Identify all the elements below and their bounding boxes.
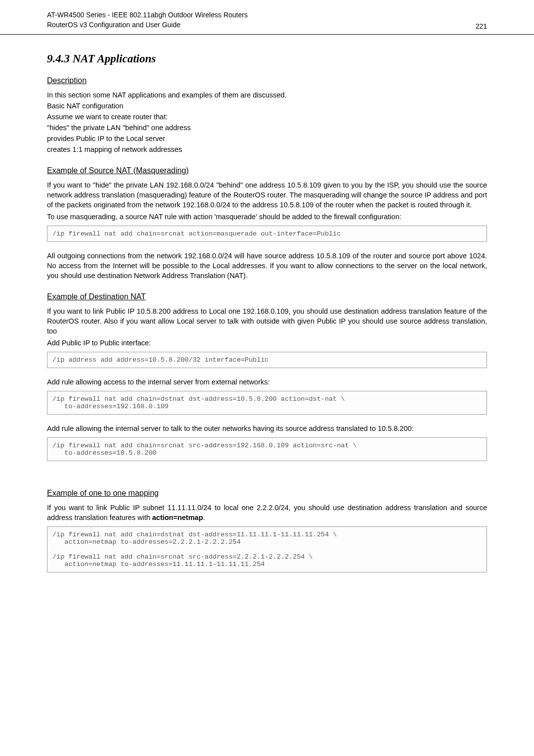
oneone-para-1: If you want to link Public IP subnet 11.… [47, 503, 487, 522]
dstnat-para-4: Add rule allowing the internal server to… [47, 424, 487, 433]
heading-destination-nat: Example of Destination NAT [47, 292, 487, 301]
dstnat-para-1: If you want to link Public IP 10.5.8.200… [47, 306, 487, 336]
desc-line: In this section some NAT applications an… [47, 90, 487, 100]
code-block-1: /ip firewall nat add chain=srcnat action… [47, 226, 487, 242]
heading-description: Description [47, 76, 487, 85]
srcnat-para-3: All outgoing connections from the networ… [47, 251, 487, 281]
header-line-2: RouterOS v3 Configuration and User Guide [47, 20, 248, 30]
header-title-block: AT-WR4500 Series - IEEE 802.11abgh Outdo… [47, 10, 248, 30]
page-header: AT-WR4500 Series - IEEE 802.11abgh Outdo… [0, 0, 534, 35]
code-block-3: /ip firewall nat add chain=dstnat dst-ad… [47, 391, 487, 415]
dstnat-para-2: Add Public IP to Public interface: [47, 338, 487, 348]
page-number: 221 [476, 22, 487, 30]
code-block-4: /ip firewall nat add chain=srcnat src-ad… [47, 437, 487, 461]
dstnat-para-3: Add rule allowing access to the internal… [47, 377, 487, 387]
page-content: 9.4.3 NAT Applications Description In th… [0, 35, 534, 611]
desc-line: "hides" the private LAN "behind" one add… [47, 123, 487, 133]
description-block: In this section some NAT applications an… [47, 90, 487, 154]
desc-line: Assume we want to create router that: [47, 112, 487, 122]
heading-one-to-one: Example of one to one mapping [47, 489, 487, 498]
oneone-suffix: . [203, 514, 205, 521]
code-block-5: /ip firewall nat add chain=dstnat dst-ad… [47, 526, 487, 572]
header-line-1: AT-WR4500 Series - IEEE 802.11abgh Outdo… [47, 10, 248, 20]
desc-line: provides Public IP to the Local server [47, 134, 487, 143]
heading-source-nat: Example of Source NAT (Masquerading) [47, 166, 487, 175]
oneone-prefix: If you want to link Public IP subnet 11.… [47, 504, 487, 521]
desc-line: Basic NAT configuration [47, 101, 487, 111]
oneone-bold: action=netmap [152, 514, 203, 521]
code-block-2: /ip address add address=10.5.8.200/32 in… [47, 352, 487, 368]
section-title: 9.4.3 NAT Applications [47, 52, 487, 65]
srcnat-para-2: To use masquerading, a source NAT rule w… [47, 212, 487, 222]
desc-line: creates 1:1 mapping of network addresses [47, 144, 487, 154]
srcnat-para-1: If you want to "hide" the private LAN 19… [47, 180, 487, 210]
